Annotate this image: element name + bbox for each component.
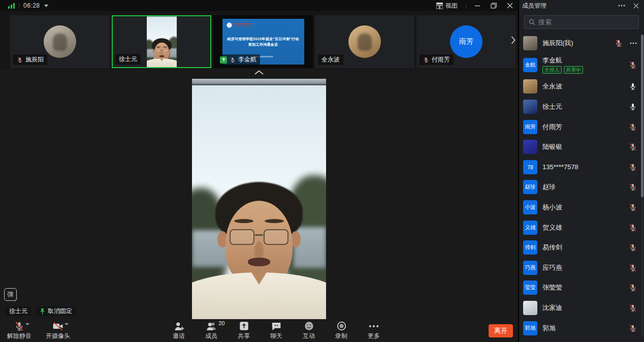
thumbnail-name-chip: 施辰阳 — [13, 54, 47, 65]
member-row-李金航[interactable]: 金航 李金航 主持人共享中 — [519, 53, 644, 77]
mic-icon[interactable] — [629, 203, 637, 211]
mic-icon[interactable] — [629, 224, 637, 232]
member-avatar: 赵珍 — [523, 180, 537, 194]
member-avatar — [523, 301, 537, 315]
mic-icon[interactable] — [629, 123, 637, 131]
toolbar-button-camera[interactable]: 开摄像头 — [46, 321, 70, 340]
leave-meeting-button[interactable]: 离开 — [489, 324, 513, 337]
member-name: 张莹莹 — [542, 283, 624, 292]
grid-layout-icon — [436, 3, 443, 9]
slide-logo — [227, 22, 232, 28]
mic-icon[interactable] — [629, 61, 637, 69]
mic-icon[interactable] — [629, 143, 637, 151]
mic-icon[interactable] — [615, 39, 623, 47]
mic-icon[interactable] — [629, 82, 637, 90]
next-thumbnails-button[interactable] — [509, 32, 517, 49]
pinned-speaker-video[interactable] — [192, 79, 326, 319]
close-button[interactable] — [507, 3, 513, 9]
thumbnail-施辰阳[interactable]: 施辰阳 — [10, 15, 110, 68]
participant-name: 徐士元 — [119, 55, 137, 64]
mic-icon[interactable] — [629, 324, 637, 332]
thumbnail-李金航[interactable]: 经济与管理学院2023年就业“百日冲刺”行动策划工作沟通会议 李金航 — [213, 15, 313, 68]
member-row-郭旭[interactable]: 郭旭 郭旭 — [519, 318, 644, 338]
sharing-badge-icon — [220, 56, 227, 64]
member-row-应巧燕[interactable]: 巧燕 应巧燕 — [519, 258, 644, 278]
member-search-box[interactable] — [524, 15, 639, 29]
member-name: 沈家迪 — [542, 303, 624, 313]
search-input[interactable] — [538, 18, 634, 26]
member-count-badge: 20 — [218, 320, 224, 326]
member-row-杨小波[interactable]: 小波 杨小波 — [519, 197, 644, 217]
mic-icon[interactable] — [629, 264, 637, 272]
danmu-toggle-button[interactable]: 弹 ✓ — [4, 288, 17, 301]
toolbar-button-unmute[interactable]: 解除静音 — [7, 321, 31, 340]
toolbar-button-share[interactable]: 共享 — [234, 321, 253, 340]
member-avatar: 小波 — [523, 200, 537, 214]
member-name: 李金航 — [542, 56, 624, 65]
member-name: 贺义雄 — [542, 223, 624, 232]
member-row-全永波[interactable]: 全永波 — [519, 77, 644, 97]
view-layout-button[interactable]: 视图 — [436, 2, 458, 10]
toolbar-button-record[interactable]: 录制 — [332, 321, 351, 340]
mic-icon[interactable] — [629, 163, 637, 171]
toolbar-button-members[interactable]: 20 成员 — [202, 321, 221, 340]
member-tag: 主持人 — [542, 66, 562, 74]
member-row-赵珍[interactable]: 赵珍 赵珍 — [519, 177, 644, 198]
more-icon — [369, 321, 379, 331]
member-more-button[interactable] — [630, 42, 637, 44]
thumbnail-付雨芳[interactable]: 雨芳 付雨芳 — [416, 15, 516, 68]
smiley-icon — [304, 321, 314, 331]
toolbar-button-label: 更多 — [368, 332, 380, 340]
meeting-app-window: 06:28 视图 — [0, 0, 644, 342]
member-name: 应巧燕 — [542, 263, 624, 272]
member-row-张莹莹[interactable]: 莹莹 张莹莹 — [519, 278, 644, 298]
bottom-toolbar: 解除静音 开摄像头 邀请 20 成员 共享 聊天 互动 录制 更多 离开 — [0, 319, 518, 342]
member-avatar — [523, 36, 537, 50]
toolbar-button-chat[interactable]: 聊天 — [267, 321, 286, 340]
chevron-down-icon[interactable] — [44, 5, 48, 7]
member-row-135****7578[interactable]: 78 135****7578 — [519, 157, 644, 177]
toolbar-button-invite[interactable]: 邀请 — [169, 321, 188, 340]
participant-avatar — [348, 25, 381, 58]
invite-icon — [174, 321, 184, 331]
toolbar-button-react[interactable]: 互动 — [299, 321, 318, 340]
member-avatar: 巧燕 — [523, 261, 537, 275]
member-row-陆银银[interactable]: 陆银银 — [519, 137, 644, 157]
toolbar-button-label: 录制 — [335, 332, 347, 340]
member-list: 施辰阳(我) 金航 李金航 主持人共享中 — [519, 32, 644, 342]
scrollbar-thumb[interactable] — [641, 35, 643, 197]
member-row-贺义雄[interactable]: 义雄 贺义雄 — [519, 217, 644, 238]
mic-icon[interactable] — [629, 243, 637, 252]
chevron-down-icon[interactable] — [65, 323, 69, 325]
member-row-易传剑[interactable]: 传剑 易传剑 — [519, 237, 644, 258]
member-row-付雨芳[interactable]: 雨芳 付雨芳 — [519, 117, 644, 137]
member-row-徐士元[interactable]: 徐士元 — [519, 97, 644, 117]
thumbnail-徐士元[interactable]: 徐士元 — [112, 15, 211, 68]
toolbar-button-label: 聊天 — [270, 332, 282, 340]
meeting-duration[interactable]: 06:28 — [23, 2, 40, 9]
member-row-沈家迪[interactable]: 沈家迪 — [519, 298, 644, 318]
mic-icon[interactable] — [629, 103, 637, 111]
panel-more-button[interactable] — [618, 5, 625, 7]
toolbar-button-label: 互动 — [303, 332, 315, 340]
mic-icon[interactable] — [629, 284, 637, 292]
toolbar-button-label: 开摄像头 — [46, 332, 70, 340]
minimize-button[interactable] — [474, 3, 480, 9]
collapse-strip-button[interactable] — [254, 70, 264, 75]
mic-icon[interactable] — [629, 304, 637, 312]
speaker-name: 徐士元 — [9, 307, 27, 316]
member-avatar — [523, 100, 537, 114]
member-avatar: 雨芳 — [523, 120, 537, 134]
mic-icon[interactable] — [629, 183, 637, 191]
member-avatar: 传剑 — [523, 240, 537, 255]
thumbnail-全永波[interactable]: 全永波 — [315, 15, 414, 68]
unpin-button[interactable]: 取消固定 — [36, 306, 76, 316]
toolbar-button-label: 解除静音 — [7, 332, 31, 340]
member-row-施辰阳(我)[interactable]: 施辰阳(我) — [519, 33, 644, 53]
restore-button[interactable] — [491, 3, 497, 9]
toolbar-button-more[interactable]: 更多 — [364, 321, 383, 340]
panel-close-button[interactable] — [633, 3, 639, 9]
video-thumbnail-strip: 施辰阳 徐士元 经济与管理学院2023年就业“百日冲刺”行动策划工作沟通会议 — [0, 11, 518, 69]
chevron-down-icon[interactable] — [25, 323, 29, 325]
mic-off-icon — [14, 321, 24, 331]
